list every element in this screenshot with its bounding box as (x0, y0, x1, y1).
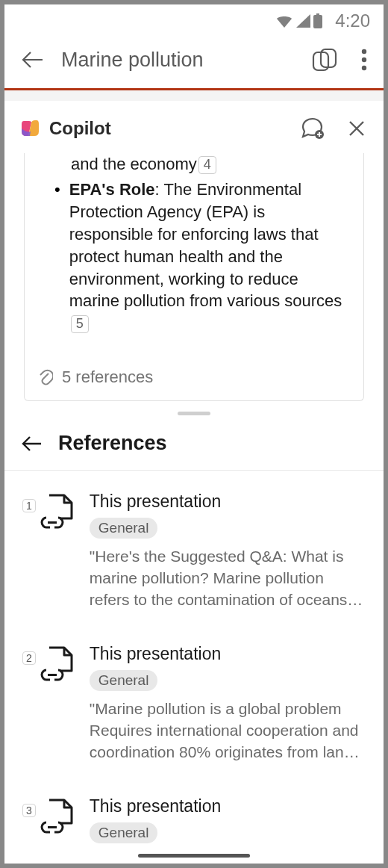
references-count: 5 references (62, 368, 153, 387)
reference-index: 2 (22, 651, 36, 665)
svg-rect-0 (313, 15, 322, 28)
reference-tag: General (90, 518, 158, 539)
copilot-launch-icon[interactable] (312, 48, 337, 72)
citation-badge[interactable]: 4 (198, 156, 216, 174)
svg-point-5 (362, 58, 366, 62)
copilot-logo-icon (19, 118, 40, 139)
back-icon[interactable] (21, 51, 43, 69)
reference-item[interactable]: 2 This presentation General "Marine poll… (22, 644, 366, 763)
reference-item[interactable]: 1 This presentation General "Here's the … (22, 492, 366, 611)
copilot-answer-card: and the economy4 • EPA's Role: The Envir… (24, 153, 364, 401)
svg-rect-1 (316, 13, 319, 15)
copilot-title: Copilot (49, 118, 300, 139)
svg-point-6 (362, 66, 366, 70)
reference-snippet: "Here's the Suggested Q&A: What is marin… (90, 546, 366, 611)
battery-icon (313, 13, 323, 28)
references-title: References (58, 432, 167, 455)
document-link-icon (40, 493, 75, 611)
references-list: 1 This presentation General "Here's the … (4, 471, 384, 851)
reference-title: This presentation (90, 796, 366, 816)
document-link-icon (40, 645, 75, 763)
new-chat-icon[interactable] (300, 117, 324, 140)
more-icon[interactable] (361, 49, 367, 71)
status-bar: 4:20 (4, 4, 384, 34)
status-time: 4:20 (335, 10, 370, 31)
reference-index: 3 (22, 804, 36, 817)
home-indicator[interactable] (138, 854, 250, 858)
answer-text-fragment: and the economy (71, 155, 197, 173)
bullet-dot-icon: • (54, 179, 60, 335)
drag-handle[interactable] (178, 412, 210, 415)
cell-signal-icon (295, 14, 310, 28)
reference-title: This presentation (90, 492, 366, 512)
svg-point-4 (362, 49, 366, 54)
references-header: References (4, 424, 384, 471)
reference-tag: General (90, 670, 158, 691)
reference-index: 1 (22, 499, 36, 512)
status-icons (275, 13, 323, 28)
close-icon[interactable] (348, 120, 366, 137)
document-link-icon (40, 798, 75, 851)
reference-item[interactable]: 3 This presentation General (22, 796, 366, 851)
copilot-header: Copilot (4, 90, 384, 153)
app-header: Marine pollution (4, 34, 384, 90)
references-footer[interactable]: 5 references (38, 368, 350, 387)
reference-tag: General (90, 822, 158, 843)
back-icon[interactable] (21, 435, 42, 452)
reference-title: This presentation (90, 644, 366, 664)
page-title: Marine pollution (61, 49, 312, 72)
answer-truncated-line: and the economy4 (38, 153, 350, 176)
answer-bullet-text: : The Environmental Protection Agency (E… (69, 180, 342, 311)
answer-bullet-label: EPA's Role (69, 180, 155, 199)
reference-snippet: "Marine pollution is a global problem Re… (90, 698, 366, 763)
attachment-icon (38, 369, 53, 385)
copilot-body: and the economy4 • EPA's Role: The Envir… (4, 153, 384, 401)
wifi-icon (275, 14, 293, 28)
citation-badge[interactable]: 5 (71, 315, 89, 333)
answer-bullet: • EPA's Role: The Environmental Protecti… (38, 179, 350, 335)
